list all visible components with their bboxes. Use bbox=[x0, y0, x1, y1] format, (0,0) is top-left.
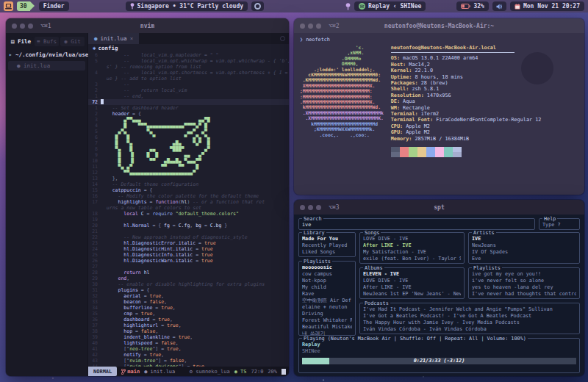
list-item[interactable]: IV Of Spades bbox=[472, 249, 576, 256]
playing-artist: SHINee bbox=[302, 348, 576, 355]
color-swatch bbox=[400, 152, 409, 157]
nvim-titlebar[interactable]: ⌥⌘1 nvim bbox=[6, 18, 289, 33]
list-item[interactable]: NewJeans bbox=[472, 242, 576, 249]
git-branch[interactable]: main bbox=[121, 369, 140, 375]
list-item[interactable]: Rave bbox=[302, 291, 352, 298]
list-item[interactable]: 空中衛別區 Air Def bbox=[302, 298, 352, 304]
list-item[interactable]: yes to heaven -lana del rey bbox=[472, 284, 576, 291]
editor[interactable]: ● init.lua × ✱ config 6 -- local_vim.g.m… bbox=[88, 33, 289, 376]
list-item[interactable]: Beautiful Mistakes bbox=[302, 324, 352, 331]
neotree-path[interactable]: ▸ ~/.config/nvim/lua/user bbox=[6, 49, 87, 60]
ascii-art-line: kMMMMMMMMMMMMMMMMMMMMMMMMWd. bbox=[300, 104, 384, 109]
breadcrumb: ✱ config bbox=[88, 44, 289, 52]
ascii-art-line: .XMMMMMMMMMMMMMMMMMMMMMMMMMMk bbox=[300, 110, 384, 115]
close-button[interactable] bbox=[300, 205, 305, 210]
list-item[interactable]: moooooosic bbox=[302, 264, 352, 271]
list-item[interactable]: ive got my eye on you!! bbox=[472, 271, 576, 278]
zoom-button[interactable] bbox=[28, 24, 33, 29]
list-item[interactable]: exile (feat. Bon Iver) - Taylor Swift, bbox=[363, 256, 461, 262]
list-item[interactable]: Made For You bbox=[302, 236, 352, 242]
neotree-sidebar: ▤ File≡ Bufs◉ Git ▸ ~/.config/nvim/lua/u… bbox=[6, 33, 88, 376]
buffer-tab[interactable]: ● init.lua × bbox=[88, 33, 139, 44]
neotree-tab-bufs[interactable]: ≡ Bufs bbox=[35, 37, 59, 46]
code-line: 30 -- enable or disable highlighting for… bbox=[88, 281, 289, 287]
list-item[interactable]: Liked Songs bbox=[302, 249, 352, 256]
active-app-name[interactable]: Finder bbox=[39, 1, 69, 11]
appearance-toggle[interactable] bbox=[251, 1, 264, 11]
playing-track: Replay bbox=[302, 342, 576, 348]
list-item[interactable]: NewJeans 1st EP 'New Jeans' - NewJeans bbox=[363, 291, 461, 298]
list-item[interactable]: Eve bbox=[472, 256, 576, 262]
list-item[interactable]: I've Had It Podcast - Jennifer Welch and… bbox=[363, 306, 576, 313]
code-line: 39 indent_blankline = true, bbox=[88, 334, 289, 340]
minimize-button[interactable] bbox=[308, 205, 313, 210]
list-item[interactable]: I've never had thoughts that control me bbox=[472, 291, 576, 298]
list-item[interactable]: My child bbox=[302, 284, 352, 291]
tab-close-icon[interactable]: × bbox=[130, 35, 134, 42]
list-item[interactable]: I've Got a Beatles Podcast! - I've Got A… bbox=[363, 313, 576, 320]
minimize-button[interactable] bbox=[308, 24, 313, 29]
neofetch-info-line: Packages: 28 (brew) bbox=[391, 80, 542, 86]
code-line: 14 -- Default theme configuration bbox=[88, 181, 289, 187]
code-line: 12 ▀▀▄▄▄▄▄▄▄▄▄▄▄▄▄▄▄▄▄▄▄▄▄▄▀ bbox=[88, 170, 289, 176]
list-item[interactable]: My Satisfaction - IVE bbox=[363, 249, 461, 256]
code-line: 35 cmp = true, bbox=[88, 311, 289, 317]
neotree-tab-git[interactable]: ◉ Git bbox=[60, 37, 85, 46]
close-button[interactable] bbox=[300, 24, 305, 29]
help-box[interactable]: Help Type ? bbox=[539, 218, 580, 230]
now-playing-widget[interactable]: Replay ‹ SHINee bbox=[354, 1, 426, 11]
terminal-titlebar[interactable]: ⌥⌘2 neutonfoo@Neutons-MacBook-Air:~ bbox=[294, 18, 584, 33]
progress-bar[interactable]: 0:21/3:33 (-3:12) bbox=[302, 358, 576, 364]
space-indicator[interactable]: 30 bbox=[17, 1, 30, 11]
terminal-content[interactable]: ❯ neofetch 'c. ,xNMM. .OMMMMo OMMM0, .;l… bbox=[294, 33, 584, 195]
search-input[interactable]: Search ive bbox=[298, 218, 535, 230]
neofetch-separator bbox=[391, 52, 514, 53]
desktop: 30 Finder Singapore • 31°C Partly cloudy… bbox=[0, 0, 588, 382]
weather-widget[interactable]: Singapore • 31°C Partly cloudy bbox=[126, 1, 248, 11]
list-item[interactable]: IVE bbox=[472, 236, 576, 242]
ascii-art-line: .cooc,. .,coo:. bbox=[300, 132, 384, 137]
laptop-app-icon[interactable] bbox=[4, 1, 13, 11]
clock-widget[interactable]: Mon Nov 21 20:27 bbox=[510, 1, 584, 11]
volume-widget[interactable] bbox=[492, 1, 506, 11]
list-item[interactable]: cow campus bbox=[302, 271, 352, 278]
code-line: 5 ▄▀▄ ▀▄ ▄▄▀ ▄▀ bbox=[88, 129, 289, 134]
list-item[interactable]: LOVE DIVE - IVE bbox=[363, 236, 461, 242]
ascii-art-line: .MMMMMMMMMMMMMMMMMMMMMMMMX. bbox=[300, 99, 384, 104]
list-item[interactable]: Recently Played bbox=[302, 242, 352, 249]
list-item[interactable]: The Happy Hour with Jamie Ivey - Ivey Me… bbox=[363, 320, 576, 326]
neotree-file-item[interactable]: ● init.lua bbox=[8, 61, 85, 71]
spt-content: Search ive Help Type ? Library Made For … bbox=[294, 215, 584, 376]
artists-box: Artists IVENewJeansIV Of SpadesEve bbox=[468, 232, 580, 264]
list-item[interactable]: i've never felt so alone bbox=[472, 278, 576, 284]
neofetch-color-swatches bbox=[391, 147, 542, 157]
buffer-picker-icon[interactable] bbox=[280, 36, 285, 41]
neotree-files: ● init.lua bbox=[6, 61, 87, 71]
scroll-percent: 20% bbox=[268, 369, 277, 375]
neofetch-info-line: Resolution: 1470x956 bbox=[391, 93, 542, 98]
list-item[interactable]: After LIKE - IVE bbox=[363, 284, 461, 291]
neofetch-info-lines: OS: macOS 13.0.1 22A400 arm64Host: Mac14… bbox=[391, 55, 542, 142]
list-item[interactable]: After LIKE - IVE bbox=[363, 242, 461, 249]
code-area[interactable]: 6 -- local_vim.g.mapleader = " "5 -- loc… bbox=[88, 52, 289, 367]
list-item[interactable]: Iván Vindas Córdoba - Iván Vindas Córdob… bbox=[363, 326, 576, 333]
minimize-button[interactable] bbox=[20, 24, 25, 29]
list-item[interactable]: Forest Whitaker Ra bbox=[302, 317, 352, 324]
zoom-button[interactable] bbox=[316, 205, 321, 210]
zoom-button[interactable] bbox=[316, 24, 321, 29]
neotree-tab-file[interactable]: ▤ File bbox=[9, 37, 33, 46]
ascii-art-line: .OMMMMo bbox=[300, 56, 384, 61]
pin-icon[interactable] bbox=[345, 3, 351, 10]
list-item[interactable]: Driving bbox=[302, 311, 352, 317]
code-line: 36 dashboard = true, bbox=[88, 317, 289, 322]
list-item[interactable]: LOVE DIVE - IVE bbox=[363, 278, 461, 284]
list-item[interactable]: Not-kpop bbox=[302, 278, 352, 284]
spt-titlebar[interactable]: ⌥⌘3 spt bbox=[294, 200, 584, 215]
list-item[interactable]: ELEVEN - IVE bbox=[363, 271, 461, 278]
neofetch-info-line: GPU: Apple M2 bbox=[391, 129, 542, 135]
close-button[interactable] bbox=[12, 24, 17, 29]
battery-widget[interactable]: 32% bbox=[456, 1, 488, 11]
folder-icon: ▸ bbox=[9, 51, 15, 58]
list-item[interactable]: elaine + neuton bbox=[302, 304, 352, 311]
podcasts-box: Podcasts I've Had It Podcast - Jennifer … bbox=[359, 303, 580, 334]
